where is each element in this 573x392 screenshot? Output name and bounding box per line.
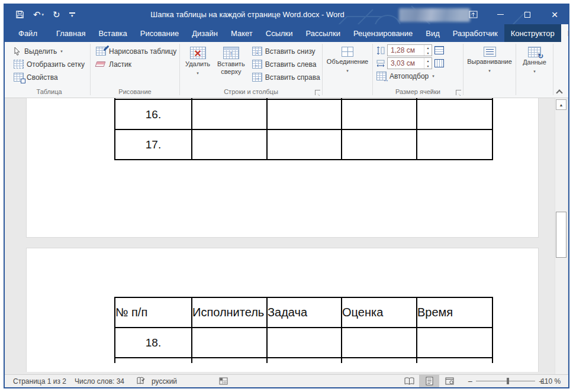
eraser-button[interactable]: Ластик bbox=[94, 58, 178, 70]
table-cell[interactable] bbox=[342, 99, 417, 129]
tab-design[interactable]: Дизайн bbox=[185, 24, 224, 42]
data-icon: ↻ bbox=[528, 47, 541, 57]
tab-developer[interactable]: Разработчик bbox=[446, 24, 504, 42]
page-indicator[interactable]: Страница 1 из 2 bbox=[13, 375, 66, 387]
table-header-cell[interactable]: Оценка bbox=[342, 297, 417, 328]
tab-layout[interactable]: Макет bbox=[224, 24, 259, 42]
distribute-columns-icon[interactable] bbox=[434, 59, 444, 67]
table-cell-number[interactable]: 17. bbox=[115, 129, 192, 160]
zoom-slider[interactable] bbox=[476, 375, 535, 387]
table-cell[interactable] bbox=[342, 129, 417, 160]
save-icon[interactable] bbox=[15, 10, 24, 19]
alignment-button[interactable]: Выравнивание ▾ bbox=[465, 45, 514, 87]
insert-above-button[interactable]: ↑ Вставить сверху bbox=[215, 45, 247, 87]
table-cell-number[interactable]: 16. bbox=[115, 99, 192, 129]
document-page-1: 16. 17. bbox=[26, 98, 539, 238]
insert-left-icon: ← bbox=[252, 60, 262, 69]
autofit-button[interactable]: ↔ Автоподбор▾ bbox=[376, 70, 459, 82]
rows-cols-dialog-launcher-icon[interactable] bbox=[315, 90, 320, 95]
delete-button[interactable]: × Удалить ▾ bbox=[184, 45, 212, 87]
close-button[interactable]: × bbox=[541, 5, 568, 24]
table-cell[interactable] bbox=[115, 358, 192, 363]
zoom-slider-thumb[interactable] bbox=[507, 378, 509, 384]
tab-view[interactable]: Вид bbox=[419, 24, 446, 42]
tab-table-design[interactable]: Конструктор bbox=[504, 24, 561, 42]
collapse-ribbon-icon[interactable] bbox=[556, 89, 561, 94]
scrollbar-up-arrow-icon[interactable]: ▲ bbox=[556, 99, 566, 110]
row-height-spinner[interactable]: 1,28 см ▲▼ bbox=[387, 44, 432, 56]
table-properties-button[interactable]: Свойства bbox=[12, 71, 86, 83]
read-mode-icon[interactable] bbox=[399, 375, 419, 387]
table-cell[interactable] bbox=[267, 358, 342, 363]
maximize-button[interactable] bbox=[514, 5, 541, 24]
select-button[interactable]: Выделить▾ bbox=[12, 45, 86, 57]
row-height-spin-arrows[interactable]: ▲▼ bbox=[424, 45, 432, 56]
insert-right-button[interactable]: → Вставить справа bbox=[250, 71, 322, 83]
delete-table-icon: × bbox=[190, 47, 206, 59]
print-layout-icon[interactable] bbox=[419, 375, 439, 387]
select-cursor-icon bbox=[14, 47, 21, 56]
cell-size-dialog-launcher-icon[interactable] bbox=[456, 90, 461, 95]
distribute-rows-icon[interactable] bbox=[434, 46, 444, 54]
merge-cells-icon bbox=[342, 47, 353, 57]
macro-record-icon[interactable] bbox=[219, 375, 228, 387]
table-cell[interactable] bbox=[417, 129, 492, 160]
eraser-icon bbox=[96, 60, 106, 69]
tab-draw[interactable]: Рисование bbox=[134, 24, 185, 42]
tab-insert[interactable]: Вставка bbox=[92, 24, 133, 42]
tab-references[interactable]: Ссылки bbox=[259, 24, 300, 42]
table-cell[interactable] bbox=[192, 129, 267, 160]
scrollbar-thumb[interactable] bbox=[556, 212, 566, 258]
tab-mailings[interactable]: Рассылки bbox=[300, 24, 347, 42]
row-height-value[interactable]: 1,28 см bbox=[388, 45, 424, 56]
table-cell-number[interactable]: 18. bbox=[115, 328, 192, 358]
data-button[interactable]: ↻ Данные ▾ bbox=[521, 45, 548, 87]
undo-caret-icon[interactable]: ▾ bbox=[42, 12, 44, 17]
table-cell[interactable] bbox=[192, 358, 267, 363]
column-width-spin-arrows[interactable]: ▲▼ bbox=[424, 58, 432, 69]
table-header-row: № п/п Исполнитель Задача Оценка Время bbox=[115, 297, 492, 328]
tab-home[interactable]: Главная bbox=[50, 24, 92, 42]
tab-file[interactable]: Файл bbox=[12, 24, 44, 42]
zoom-out-icon[interactable]: − bbox=[464, 377, 476, 386]
table-cell[interactable] bbox=[267, 328, 342, 358]
proofing-icon[interactable] bbox=[136, 375, 146, 387]
table-header-cell[interactable]: Задача bbox=[267, 297, 342, 328]
group-label-cell-size: Размер ячейки bbox=[373, 87, 463, 97]
merge-button[interactable]: Объединение ▾ bbox=[325, 45, 370, 87]
column-width-spinner[interactable]: 3,03 см ▲▼ bbox=[387, 57, 432, 69]
table-header-cell[interactable]: Время bbox=[417, 297, 492, 328]
table-cell[interactable] bbox=[192, 99, 267, 129]
table-cell[interactable] bbox=[192, 328, 267, 358]
column-width-value[interactable]: 3,03 см bbox=[388, 58, 424, 69]
table-header-cell[interactable]: № п/п bbox=[115, 297, 192, 328]
view-gridlines-button[interactable]: Отобразить сетку bbox=[12, 58, 86, 70]
draw-table-button[interactable]: Нарисовать таблицу bbox=[94, 45, 178, 57]
tab-table-layout-active[interactable]: Макет bbox=[561, 24, 569, 42]
vertical-scrollbar[interactable]: ▲ bbox=[555, 98, 567, 374]
undo-icon[interactable]: ↶▾ bbox=[33, 10, 44, 19]
table-header-cell[interactable]: Исполнитель bbox=[192, 297, 267, 328]
word-count[interactable]: Число слов: 34 bbox=[75, 375, 124, 387]
web-layout-icon[interactable] bbox=[439, 375, 459, 387]
group-alignment: Выравнивание ▾ bbox=[463, 42, 516, 98]
ribbon-display-options-icon[interactable] bbox=[459, 5, 487, 24]
table-cell[interactable] bbox=[267, 129, 342, 160]
table-cell[interactable] bbox=[342, 358, 417, 363]
redo-icon[interactable]: ↻ bbox=[53, 10, 60, 19]
minimize-button[interactable] bbox=[487, 5, 514, 24]
table-row: 16. bbox=[115, 99, 492, 129]
table-cell[interactable] bbox=[417, 99, 492, 129]
zoom-percentage[interactable]: 110 % bbox=[541, 375, 561, 387]
table-cell[interactable] bbox=[417, 328, 492, 358]
table-cell[interactable] bbox=[342, 328, 417, 358]
table-cell[interactable] bbox=[417, 358, 492, 363]
customize-qat-icon[interactable]: ▾ bbox=[69, 12, 75, 17]
zoom-control: − + bbox=[464, 375, 547, 387]
title-bar: ↶▾ ↻ ▾ Шапка таблицы на каждой странице … bbox=[5, 5, 568, 24]
insert-below-button[interactable]: ↓ Вставить снизу bbox=[250, 45, 322, 57]
table-cell[interactable] bbox=[267, 99, 342, 129]
tab-review[interactable]: Рецензирование bbox=[347, 24, 419, 42]
language-indicator[interactable]: русский bbox=[152, 375, 177, 387]
insert-left-button[interactable]: ← Вставить слева bbox=[250, 58, 322, 70]
